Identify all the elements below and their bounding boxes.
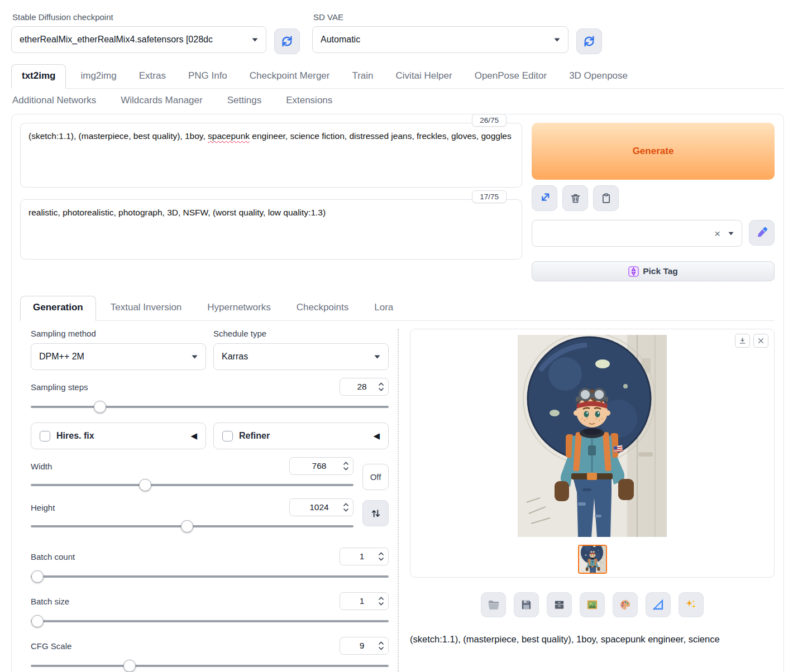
tab-openpose-editor[interactable]: OpenPose Editor — [475, 65, 547, 88]
cfg-scale-slider[interactable] — [31, 659, 389, 672]
tab-png-info[interactable]: PNG Info — [188, 65, 227, 88]
prompt-tools-row — [532, 185, 775, 211]
batch-count-input[interactable]: 1 — [340, 548, 389, 565]
tab-txt2img[interactable]: txt2img — [11, 64, 66, 89]
sampling-steps-slider[interactable] — [31, 400, 389, 414]
dimensions-buttons: Off — [362, 464, 389, 533]
batch-size-slider[interactable] — [31, 615, 389, 628]
edit-styles-button[interactable] — [749, 220, 775, 246]
pick-tag-icon — [628, 266, 639, 277]
hires-fix-checkbox[interactable] — [40, 431, 50, 441]
spinner-icon[interactable] — [343, 460, 349, 472]
subtab-textual-inversion[interactable]: Textual Inversion — [111, 296, 182, 320]
spinner-icon[interactable] — [378, 551, 384, 562]
paste-params-button[interactable] — [532, 185, 557, 211]
spinner-icon[interactable] — [343, 502, 349, 513]
slider-track[interactable] — [31, 620, 389, 622]
schedule-type-dropdown[interactable]: Karras — [213, 343, 389, 370]
txt2img-page: Stable Diffusion checkpoint etherRealMix… — [0, 0, 793, 672]
styles-dropdown[interactable]: × — [532, 220, 742, 247]
subtab-generation[interactable]: Generation — [20, 296, 96, 321]
pick-tag-button[interactable]: Pick Tag — [532, 261, 775, 281]
open-folder-button[interactable] — [481, 592, 506, 617]
dropdown-caret-icon — [728, 232, 734, 236]
slider-thumb[interactable] — [31, 570, 44, 583]
aspect-ratio-off-button[interactable]: Off — [362, 464, 389, 490]
generate-button[interactable]: Generate — [532, 123, 775, 180]
width-label: Width — [31, 462, 52, 471]
tab-settings[interactable]: Settings — [227, 95, 261, 106]
slider-thumb[interactable] — [31, 615, 44, 627]
subtab-checkpoints[interactable]: Checkpoints — [297, 296, 349, 320]
generate-column: Generate × — [532, 123, 775, 281]
subtab-hypernetworks[interactable]: Hypernetworks — [207, 296, 270, 320]
tab-checkpoint-merger[interactable]: Checkpoint Merger — [250, 65, 330, 88]
send-to-img2img-button[interactable] — [580, 592, 605, 617]
width-slider[interactable] — [31, 478, 353, 492]
tab-train[interactable]: Train — [352, 65, 373, 88]
vae-dropdown[interactable]: Automatic — [312, 26, 569, 53]
tab-extensions[interactable]: Extensions — [286, 95, 332, 106]
vae-refresh-button[interactable] — [576, 28, 602, 54]
styles-row: × — [532, 220, 775, 247]
refiner-accordion[interactable]: Refiner ◀ — [213, 423, 389, 449]
tab-extras[interactable]: Extras — [139, 65, 166, 88]
generated-image[interactable] — [518, 335, 667, 537]
slider-thumb[interactable] — [123, 660, 136, 672]
tab-img2img[interactable]: img2img — [80, 65, 116, 88]
slider-thumb[interactable] — [181, 520, 193, 532]
settings-column: Sampling method DPM++ 2M Schedule type K… — [20, 329, 398, 672]
batch-count-slider[interactable] — [31, 570, 389, 583]
spinner-icon[interactable] — [378, 381, 384, 392]
download-image-button[interactable] — [735, 334, 750, 348]
send-to-inpaint-button[interactable] — [613, 592, 638, 617]
hires-fix-accordion[interactable]: Hires. fix ◀ — [31, 423, 206, 449]
upscale-sparkles-button[interactable] — [679, 592, 704, 617]
tab-civitai-helper[interactable]: Civitai Helper — [396, 65, 452, 88]
sparkles-icon — [685, 598, 698, 611]
spinner-icon[interactable] — [378, 596, 384, 607]
save-image-button[interactable] — [514, 592, 539, 617]
checkpoint-refresh-button[interactable] — [274, 28, 300, 54]
swap-dimensions-button[interactable] — [362, 500, 389, 526]
width-input[interactable]: 768 — [289, 457, 353, 475]
checkpoint-value: etherRealMix_etherRealMix4.safetensors [… — [20, 35, 246, 45]
swap-dimensions-icon — [370, 508, 381, 519]
prompt-input[interactable]: (sketch:1.1), (masterpiece, best quality… — [20, 123, 522, 188]
slider-thumb[interactable] — [139, 479, 151, 491]
height-input[interactable]: 1024 — [289, 498, 353, 516]
slider-track[interactable] — [31, 406, 389, 408]
thumbnail-strip — [410, 545, 774, 574]
gallery-thumbnail[interactable] — [578, 545, 607, 574]
cfg-scale-input[interactable]: 9 — [340, 637, 389, 655]
batch-size-input[interactable]: 1 — [340, 592, 389, 610]
slider-track[interactable] — [31, 575, 389, 578]
prompt-wrap: 26/75 (sketch:1.1), (masterpiece, best q… — [20, 123, 522, 188]
checkpoint-label: Stable Diffusion checkpoint — [12, 12, 265, 22]
sampling-steps-input[interactable]: 28 — [340, 378, 389, 396]
collapse-arrow-icon[interactable]: ◀ — [373, 431, 380, 441]
collapse-arrow-icon[interactable]: ◀ — [190, 431, 197, 441]
subtab-lora[interactable]: Lora — [374, 296, 393, 320]
tab-3d-openpose[interactable]: 3D Openpose — [569, 65, 628, 88]
checkpoint-dropdown[interactable]: etherRealMix_etherRealMix4.safetensors [… — [11, 26, 266, 53]
apply-styles-button[interactable] — [593, 185, 619, 211]
clear-prompt-button[interactable] — [562, 185, 588, 211]
height-slider[interactable] — [31, 520, 353, 533]
refiner-checkbox[interactable] — [222, 431, 233, 441]
slider-track[interactable] — [31, 665, 389, 667]
slider-track[interactable] — [31, 484, 353, 486]
send-to-extras-button[interactable] — [646, 592, 671, 617]
main-tabbar-row2: Additional Networks Wildcards Manager Se… — [11, 89, 784, 113]
slider-thumb[interactable] — [94, 401, 106, 413]
negative-prompt-input[interactable]: realistic, photorealistic, photograph, 3… — [20, 199, 522, 260]
close-preview-button[interactable] — [753, 334, 768, 348]
tab-additional-networks[interactable]: Additional Networks — [12, 95, 96, 106]
sampling-method-dropdown[interactable]: DPM++ 2M — [31, 343, 206, 370]
model-selector-row: Stable Diffusion checkpoint etherRealMix… — [11, 8, 784, 54]
spinner-icon[interactable] — [378, 640, 384, 651]
tab-wildcards-manager[interactable]: Wildcards Manager — [121, 95, 202, 106]
prompt-token-counter: 26/75 — [472, 114, 507, 127]
save-zip-button[interactable] — [547, 592, 572, 617]
clear-styles-icon[interactable]: × — [714, 228, 720, 239]
